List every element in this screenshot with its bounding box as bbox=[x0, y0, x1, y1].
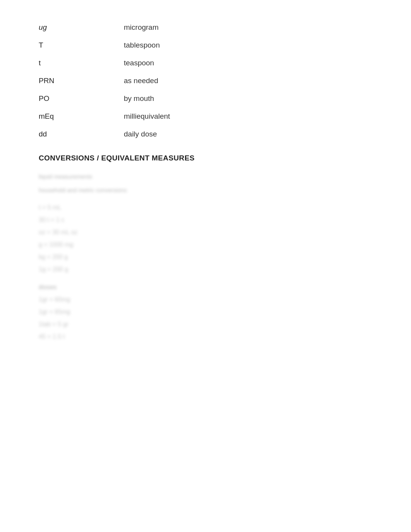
abbr-row-PO: PO by mouth bbox=[39, 94, 372, 103]
abbr-value-t: teaspoon bbox=[124, 59, 154, 67]
abbr-key-PO: PO bbox=[39, 94, 124, 103]
abbr-value-PRN: as needed bbox=[124, 77, 158, 85]
abbr-value-PO: by mouth bbox=[124, 94, 154, 103]
conversions-title: CONVERSIONS / EQUIVALENT MEASURES bbox=[39, 154, 372, 162]
abbr-row-ug: ug microgram bbox=[39, 23, 372, 32]
abbr-value-T: tablespoon bbox=[124, 41, 160, 49]
abbr-row-t: t teaspoon bbox=[39, 59, 372, 67]
abbr-key-ug: ug bbox=[39, 23, 124, 32]
blurred-group-2: t = 5 mL 30 t = 1 c oz = 30 mL oz g = 10… bbox=[39, 204, 372, 273]
abbr-key-t: t bbox=[39, 59, 124, 67]
blurred-group-3: doses 1gr = 60mg 1gr = 65mg 1tab = 5 gr … bbox=[39, 284, 372, 340]
abbr-value-mEq: milliequivalent bbox=[124, 112, 170, 121]
blurred-group-1: liquid measurements household and metric… bbox=[39, 173, 372, 193]
abbr-key-dd: dd bbox=[39, 130, 124, 138]
abbr-value-dd: daily dose bbox=[124, 130, 157, 138]
abbr-key-T: T bbox=[39, 41, 124, 49]
abbr-row-T: T tablespoon bbox=[39, 41, 372, 49]
conversions-section: CONVERSIONS / EQUIVALENT MEASURES liquid… bbox=[39, 154, 372, 340]
abbr-row-mEq: mEq milliequivalent bbox=[39, 112, 372, 121]
abbr-row-dd: dd daily dose bbox=[39, 130, 372, 138]
abbr-key-mEq: mEq bbox=[39, 112, 124, 121]
abbr-value-ug: microgram bbox=[124, 23, 159, 32]
abbr-key-PRN: PRN bbox=[39, 77, 124, 85]
abbreviation-table: ug microgram T tablespoon t teaspoon PRN… bbox=[39, 23, 372, 138]
abbr-row-PRN: PRN as needed bbox=[39, 77, 372, 85]
